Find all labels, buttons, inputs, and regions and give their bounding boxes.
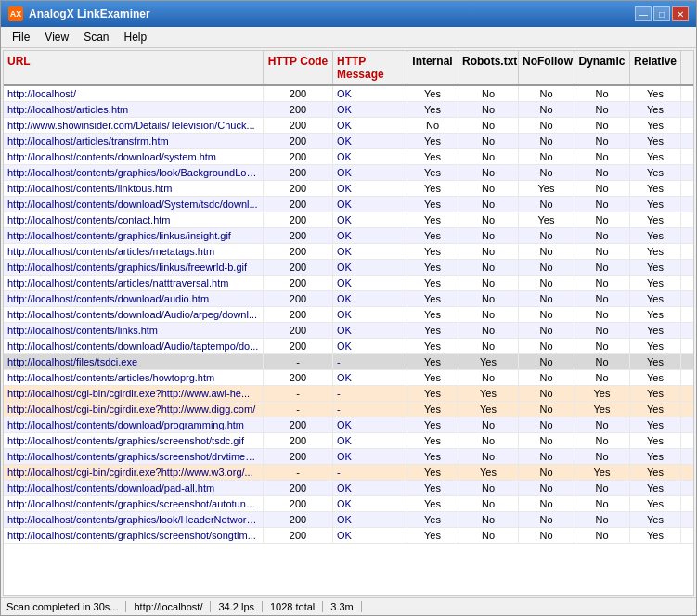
table-row[interactable]: http://localhost/contents/graphics/scree… xyxy=(4,496,693,512)
cell-url: http://localhost/contents/download/Audio… xyxy=(4,339,264,353)
cell-nofollow: No xyxy=(519,228,574,243)
table-row[interactable]: http://localhost/cgi-bin/cgirdir.exe?htt… xyxy=(4,402,693,417)
cell-internal: Yes xyxy=(407,307,458,322)
table-row[interactable]: http://localhost/contents/contact.htm 20… xyxy=(4,212,693,228)
cell-http-code: 200 xyxy=(264,165,333,180)
cell-nofollow: No xyxy=(519,291,574,306)
cell-http-msg: OK xyxy=(333,149,407,164)
cell-dynamic: Yes xyxy=(574,465,630,480)
table-header: URL HTTP Code HTTP Message Internal Robo… xyxy=(4,51,693,86)
cell-internal: Yes xyxy=(407,244,458,259)
table-row[interactable]: http://localhost/contents/articles/nattt… xyxy=(4,276,693,291)
table-row[interactable]: http://localhost/contents/graphics/scree… xyxy=(4,433,693,449)
cell-robots: No xyxy=(458,165,519,180)
cell-internal: Yes xyxy=(407,86,458,101)
table-row[interactable]: http://localhost/files/tsdci.exe - - Yes… xyxy=(4,354,693,370)
cell-robots: No xyxy=(458,86,519,101)
table-row[interactable]: http://localhost/articles.htm 200 OK Yes… xyxy=(4,102,693,118)
table-row[interactable]: http://localhost/contents/articles/metat… xyxy=(4,244,693,260)
cell-relative: Yes xyxy=(630,165,681,180)
table-row[interactable]: http://localhost/contents/download/audio… xyxy=(4,291,693,307)
cell-robots: No xyxy=(458,181,519,196)
cell-robots: No xyxy=(458,433,519,448)
cell-relative: Yes xyxy=(630,354,681,369)
cell-url: http://localhost/contents/download/Audio… xyxy=(4,307,264,322)
cell-dynamic: No xyxy=(574,260,630,275)
cell-nofollow: No xyxy=(519,165,574,180)
menu-help[interactable]: Help xyxy=(117,29,155,45)
table-row[interactable]: http://localhost/cgi-bin/cgirdir.exe?htt… xyxy=(4,465,693,481)
table-row[interactable]: http://localhost/articles/transfrm.htm 2… xyxy=(4,134,693,149)
cell-http-code: 200 xyxy=(264,197,333,212)
cell-dynamic: Yes xyxy=(574,402,630,417)
cell-http-code: 200 xyxy=(264,481,333,495)
table-row[interactable]: http://localhost/contents/download/syste… xyxy=(4,149,693,165)
table-row[interactable]: http://localhost/contents/graphics/scree… xyxy=(4,528,693,544)
menu-file[interactable]: File xyxy=(5,29,37,45)
col-header-http-code[interactable]: HTTP Code xyxy=(264,51,333,84)
cell-url: http://localhost/contents/download/pad-a… xyxy=(4,481,264,495)
table-body[interactable]: http://localhost/ 200 OK Yes No No No Ye… xyxy=(4,86,693,595)
table-row[interactable]: http://localhost/contents/download/Audio… xyxy=(4,307,693,323)
cell-nofollow: No xyxy=(519,276,574,290)
col-header-dynamic[interactable]: Dynamic xyxy=(574,51,630,84)
table-row[interactable]: http://localhost/contents/graphics/look/… xyxy=(4,512,693,528)
cell-robots: No xyxy=(458,118,519,133)
col-header-nofollow[interactable]: NoFollow xyxy=(519,51,574,84)
col-header-robots[interactable]: Robots.txt xyxy=(458,51,519,84)
cell-robots: No xyxy=(458,307,519,322)
table-row[interactable]: http://localhost/contents/download/Audio… xyxy=(4,339,693,354)
table-row[interactable]: http://www.showinsider.com/Details/Telev… xyxy=(4,118,693,134)
cell-relative: Yes xyxy=(630,307,681,322)
cell-http-code: 200 xyxy=(264,260,333,275)
cell-robots: No xyxy=(458,134,519,148)
cell-url: http://localhost/contents/articles/howto… xyxy=(4,370,264,385)
table-row[interactable]: http://localhost/contents/graphics/scree… xyxy=(4,449,693,465)
cell-http-code: 200 xyxy=(264,528,333,543)
cell-relative: Yes xyxy=(630,465,681,480)
menu-view[interactable]: View xyxy=(37,29,76,45)
cell-nofollow: No xyxy=(519,465,574,480)
col-header-internal[interactable]: Internal xyxy=(407,51,458,84)
table-row[interactable]: http://localhost/contents/graphics/linku… xyxy=(4,260,693,276)
cell-nofollow: No xyxy=(519,339,574,353)
cell-http-msg: OK xyxy=(333,181,407,196)
minimize-button[interactable]: — xyxy=(635,6,652,21)
cell-url: http://localhost/contents/contact.htm xyxy=(4,212,264,227)
cell-internal: Yes xyxy=(407,417,458,432)
cell-url: http://localhost/contents/graphics/linku… xyxy=(4,260,264,275)
cell-http-msg: OK xyxy=(333,134,407,148)
maximize-button[interactable]: □ xyxy=(653,6,670,21)
table-row[interactable]: http://localhost/contents/graphics/look/… xyxy=(4,165,693,181)
table-row[interactable]: http://localhost/contents/download/pad-a… xyxy=(4,481,693,496)
menu-scan[interactable]: Scan xyxy=(76,29,116,45)
cell-internal: No xyxy=(407,118,458,133)
cell-http-code: 200 xyxy=(264,291,333,306)
cell-dynamic: No xyxy=(574,149,630,164)
col-header-url[interactable]: URL xyxy=(4,51,264,84)
table-row[interactable]: http://localhost/cgi-bin/cgirdir.exe?htt… xyxy=(4,386,693,402)
cell-internal: Yes xyxy=(407,512,458,527)
table-row[interactable]: http://localhost/contents/graphics/linku… xyxy=(4,228,693,244)
col-header-http-message[interactable]: HTTP Message xyxy=(333,51,407,84)
status-rate: 34.2 lps xyxy=(211,601,263,612)
table-row[interactable]: http://localhost/ 200 OK Yes No No No Ye… xyxy=(4,86,693,102)
table-row[interactable]: http://localhost/contents/links.htm 200 … xyxy=(4,323,693,339)
cell-http-code: 200 xyxy=(264,228,333,243)
cell-robots: Yes xyxy=(458,354,519,369)
close-button[interactable]: ✕ xyxy=(672,6,689,21)
table-row[interactable]: http://localhost/contents/articles/howto… xyxy=(4,370,693,386)
cell-dynamic: No xyxy=(574,323,630,338)
cell-nofollow: Yes xyxy=(519,181,574,196)
cell-relative: Yes xyxy=(630,134,681,148)
cell-robots: No xyxy=(458,197,519,212)
cell-robots: No xyxy=(458,244,519,259)
table-row[interactable]: http://localhost/contents/download/Syste… xyxy=(4,197,693,212)
cell-nofollow: No xyxy=(519,197,574,212)
col-header-relative[interactable]: Relative xyxy=(630,51,681,84)
table-row[interactable]: http://localhost/contents/download/progr… xyxy=(4,417,693,433)
title-bar: AX AnalogX LinkExaminer — □ ✕ xyxy=(1,1,696,27)
cell-nofollow: No xyxy=(519,102,574,117)
cell-http-msg: OK xyxy=(333,323,407,338)
table-row[interactable]: http://localhost/contents/linktous.htm 2… xyxy=(4,181,693,197)
